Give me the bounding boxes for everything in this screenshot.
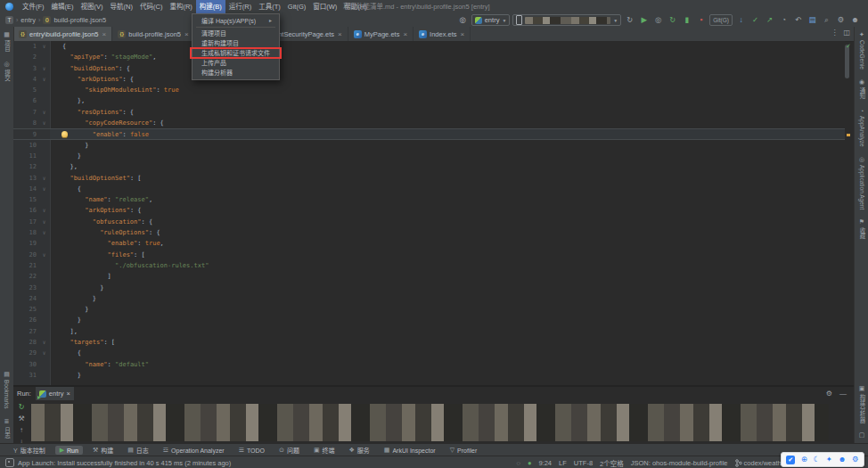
vcs-push-icon[interactable]: ↗: [764, 14, 775, 26]
breadcrumb-item[interactable]: entry: [20, 16, 36, 24]
ime-user-icon[interactable]: ☻: [838, 454, 846, 465]
fold-marker-icon[interactable]: ∨: [38, 173, 50, 184]
line-number[interactable]: 17: [13, 217, 38, 227]
line-number[interactable]: 6: [13, 95, 38, 106]
stop-icon[interactable]: ▪: [695, 14, 707, 26]
line-number[interactable]: 12: [13, 161, 38, 172]
line-number[interactable]: 5: [13, 85, 38, 95]
vcs-commit-icon[interactable]: ✓: [749, 14, 761, 26]
code-line[interactable]: 6 },: [13, 95, 845, 106]
code-line[interactable]: 10 }: [13, 140, 845, 151]
close-icon[interactable]: ×: [338, 30, 342, 38]
tool-log[interactable]: ▤日志: [123, 445, 153, 456]
ime-symbol-icon[interactable]: ⊕: [801, 454, 807, 465]
build-menu-item[interactable]: 构建分析器: [192, 68, 279, 78]
strip-tab-floating-window-icon[interactable]: ▢: [859, 427, 865, 443]
event-log-icon[interactable]: [5, 458, 14, 467]
tool-todo[interactable]: ☰TODO: [234, 446, 269, 455]
intention-bulb-icon[interactable]: [61, 131, 68, 137]
code-line[interactable]: 1∨{: [13, 41, 845, 52]
history-icon[interactable]: ◔: [778, 14, 790, 26]
code-line[interactable]: 21 "./obfuscation-rules.txt": [13, 260, 845, 271]
menubar-item[interactable]: 构建(B): [196, 0, 225, 13]
line-number[interactable]: 27: [13, 326, 38, 337]
line-number[interactable]: 29: [13, 348, 38, 358]
editor-tab[interactable]: eIndex.ets×: [414, 27, 471, 41]
tool-run[interactable]: ▶Run: [55, 446, 83, 455]
ime-skin-icon[interactable]: ✦: [826, 454, 832, 465]
close-icon[interactable]: ×: [461, 30, 465, 38]
status-dot[interactable]: ●: [528, 459, 532, 467]
rerun-icon[interactable]: ↻: [667, 14, 678, 26]
code-line[interactable]: 3∨ "buildOption": {: [13, 63, 845, 74]
run-settings-icon[interactable]: ⚒: [18, 415, 24, 423]
line-ending[interactable]: LF: [559, 459, 567, 467]
fold-marker-icon[interactable]: ∨: [38, 227, 50, 238]
strip-tab-commit-icon[interactable]: ◎提交: [3, 56, 12, 86]
line-number[interactable]: 21: [13, 260, 38, 271]
line-number[interactable]: 18: [13, 227, 38, 238]
menubar-item[interactable]: 代码(C): [136, 0, 166, 13]
code-line[interactable]: 29∨ {: [13, 348, 845, 358]
line-number[interactable]: 31: [13, 370, 38, 381]
profile-icon[interactable]: ☻: [849, 14, 861, 26]
line-number[interactable]: 2: [13, 52, 38, 62]
strip-tab-codegenie-icon[interactable]: ✦CodeGenie: [859, 27, 865, 74]
code-line[interactable]: 11 }: [13, 151, 845, 161]
line-number[interactable]: 11: [13, 151, 38, 161]
build-menu-item[interactable]: 生成私钥和证书请求文件: [192, 48, 279, 58]
attach-debugger-icon[interactable]: ◎: [652, 14, 664, 26]
inspections-ok-icon[interactable]: ✓: [846, 43, 851, 50]
line-number[interactable]: 23: [13, 283, 38, 293]
tool-services[interactable]: ❖服务: [345, 445, 374, 456]
strip-tab-log-icon[interactable]: ≣日志: [3, 414, 12, 443]
console-output-redacted[interactable]: [31, 404, 829, 441]
code-line[interactable]: 20∨ "files": [: [13, 250, 845, 260]
scroll-up-icon[interactable]: ↑: [20, 426, 23, 434]
code-line[interactable]: 27 ],: [13, 326, 845, 337]
menubar-item[interactable]: 窗口(W): [309, 0, 340, 13]
code-line[interactable]: 18∨ "ruleOptions": {: [13, 227, 845, 238]
fold-marker-icon[interactable]: ∨: [38, 217, 50, 227]
line-number[interactable]: 1: [13, 41, 38, 52]
fold-marker-icon[interactable]: ∨: [38, 348, 50, 358]
code-line[interactable]: 5 "skipOhModulesLint": true: [13, 85, 845, 95]
module-selector[interactable]: entry▼: [471, 14, 511, 26]
line-number[interactable]: 10: [13, 140, 38, 151]
close-icon[interactable]: ×: [102, 30, 107, 38]
code-line[interactable]: 19 "enable": true,: [13, 238, 845, 249]
menubar-item[interactable]: 编辑(E): [48, 0, 78, 13]
tool-arkui-inspector[interactable]: ▦ArkUI Inspector: [380, 446, 440, 455]
code-line[interactable]: 8∨ "copyCodeResource": {: [13, 118, 845, 128]
editor-tab[interactable]: {}build-profile.json5×: [112, 27, 194, 41]
line-number[interactable]: 8: [13, 118, 38, 128]
project-icon[interactable]: T: [5, 16, 13, 24]
ime-moon-icon[interactable]: ☾: [814, 454, 821, 465]
run-tab-entry[interactable]: entry ×: [36, 387, 74, 400]
code-line[interactable]: 12 },: [13, 161, 845, 172]
build-menu-item[interactable]: 上传产品: [192, 58, 279, 68]
line-number[interactable]: 15: [13, 194, 38, 205]
code-line[interactable]: 15 "name": "release",: [13, 194, 845, 205]
tool-build[interactable]: ⚒构建: [88, 445, 118, 456]
fold-marker-icon[interactable]: ∨: [38, 63, 50, 74]
editor-tab[interactable]: {}entry\build-profile.json5×: [13, 27, 112, 41]
fold-marker-icon[interactable]: ∨: [38, 41, 50, 52]
code-line[interactable]: 28∨ "targets": [: [13, 337, 845, 348]
strip-tab-project-icon[interactable]: ▦项目: [3, 27, 12, 56]
line-number[interactable]: 16: [13, 205, 38, 216]
strip-tab-bookmarks-icon[interactable]: ▤Bookmarks: [4, 366, 10, 414]
line-number[interactable]: 9: [13, 129, 38, 138]
ime-input-mode-icon[interactable]: ✔: [786, 456, 795, 464]
settings-icon[interactable]: ⚙: [835, 14, 847, 26]
line-number[interactable]: 22: [13, 271, 38, 282]
line-number[interactable]: 20: [13, 250, 38, 260]
code-line[interactable]: 7∨ "resOptions": {: [13, 107, 845, 118]
git-widget[interactable]: Git(G): [709, 14, 733, 26]
line-number[interactable]: 19: [13, 238, 38, 249]
hide-panel-icon[interactable]: —: [839, 390, 847, 398]
line-number[interactable]: 26: [13, 315, 38, 325]
tool-operation-analyzer[interactable]: ☲Operation Analyzer: [159, 446, 229, 455]
fold-marker-icon[interactable]: ∨: [38, 74, 50, 85]
search-icon[interactable]: ⌕: [821, 14, 832, 26]
